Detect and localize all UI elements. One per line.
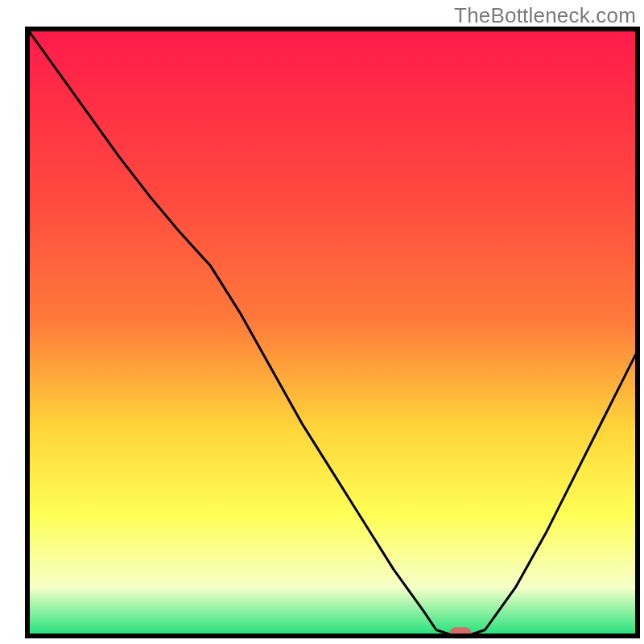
chart-canvas xyxy=(0,0,644,644)
watermark-text: TheBottleneck.com xyxy=(454,3,636,28)
bottleneck-chart: TheBottleneck.com xyxy=(0,0,644,644)
chart-background xyxy=(27,29,638,636)
